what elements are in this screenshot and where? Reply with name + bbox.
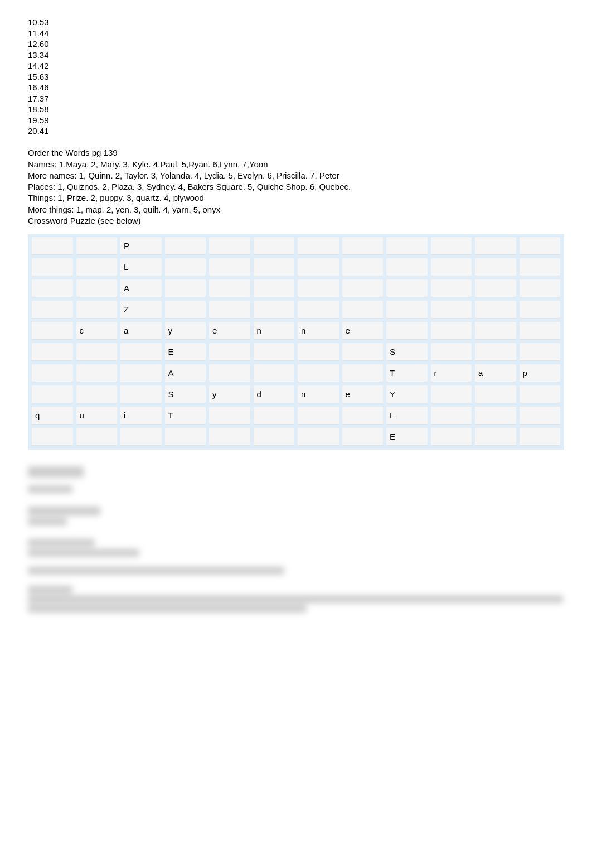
crossword-cell <box>120 385 162 403</box>
crossword-cell: A <box>165 364 206 382</box>
crossword-cell: Z <box>120 301 162 319</box>
crossword-cell <box>386 258 428 276</box>
number-list: 10.53 11.44 12.60 13.34 14.42 15.63 16.4… <box>28 17 564 137</box>
crossword-cell <box>76 385 118 403</box>
crossword-cell <box>165 237 206 255</box>
crossword-cell <box>342 407 384 425</box>
crossword-cell <box>431 279 472 297</box>
crossword-cell <box>254 343 295 361</box>
crossword-cell: p <box>520 364 561 382</box>
crossword-cell: n <box>298 385 339 403</box>
crossword-cell <box>475 407 516 425</box>
number-item: 16.46 <box>28 82 564 93</box>
crossword-cell: d <box>254 385 295 403</box>
crossword-cell <box>298 258 339 276</box>
crossword-cell <box>209 279 250 297</box>
crossword-note: Crossword Puzzle (see below) <box>28 215 564 226</box>
crossword-cell <box>209 343 250 361</box>
crossword-cell: n <box>254 322 295 340</box>
crossword-cell <box>520 428 561 446</box>
crossword-cell: S <box>386 343 428 361</box>
crossword-cell <box>520 237 561 255</box>
crossword-cell <box>342 301 384 319</box>
crossword-cell <box>76 343 118 361</box>
crossword-cell: T <box>386 364 428 382</box>
number-item: 17.37 <box>28 93 564 104</box>
section-title: Order the Words pg 139 <box>28 148 564 157</box>
crossword-cell <box>342 258 384 276</box>
crossword-cell <box>32 258 73 276</box>
blurred-content <box>28 466 564 613</box>
crossword-cell <box>32 301 73 319</box>
crossword-cell: L <box>386 407 428 425</box>
crossword-cell <box>32 237 73 255</box>
number-item: 14.42 <box>28 60 564 71</box>
crossword-cell <box>32 428 73 446</box>
crossword-row: A <box>30 278 562 299</box>
crossword-row: P <box>30 235 562 257</box>
crossword-cell <box>431 258 472 276</box>
crossword-cell <box>342 364 384 382</box>
crossword-cell <box>475 428 516 446</box>
crossword-cell <box>431 343 472 361</box>
crossword-cell: e <box>209 322 250 340</box>
crossword-cell <box>254 279 295 297</box>
crossword-cell <box>254 237 295 255</box>
crossword-cell <box>386 279 428 297</box>
crossword-cell <box>386 237 428 255</box>
crossword-cell <box>431 322 472 340</box>
crossword-cell: E <box>386 428 428 446</box>
crossword-cell <box>120 343 162 361</box>
crossword-cell <box>342 237 384 255</box>
number-item: 12.60 <box>28 38 564 50</box>
crossword-row: ES <box>30 341 562 363</box>
crossword-cell <box>120 428 162 446</box>
crossword-cell <box>298 237 339 255</box>
crossword-cell <box>209 301 250 319</box>
crossword-cell: a <box>120 322 162 340</box>
crossword-cell: T <box>165 407 206 425</box>
crossword-cell <box>165 279 206 297</box>
crossword-cell <box>520 301 561 319</box>
crossword-cell: n <box>298 322 339 340</box>
crossword-cell: i <box>120 407 162 425</box>
crossword-cell: u <box>76 407 118 425</box>
crossword-cell <box>298 279 339 297</box>
number-item: 11.44 <box>28 28 564 39</box>
crossword-cell <box>431 301 472 319</box>
crossword-cell <box>209 258 250 276</box>
crossword-cell <box>254 301 295 319</box>
number-item: 19.59 <box>28 115 564 126</box>
crossword-row: cayenne <box>30 320 562 341</box>
crossword-row: Z <box>30 299 562 320</box>
crossword-cell <box>520 385 561 403</box>
crossword-cell <box>386 301 428 319</box>
crossword-cell <box>76 428 118 446</box>
crossword-cell <box>386 322 428 340</box>
crossword-cell <box>165 428 206 446</box>
more-things-line: More things: 1, map. 2, yen. 3, quilt. 4… <box>28 204 564 215</box>
crossword-cell <box>209 364 250 382</box>
crossword-cell <box>165 301 206 319</box>
crossword-cell <box>32 343 73 361</box>
crossword-cell <box>520 258 561 276</box>
crossword-cell: q <box>32 407 73 425</box>
crossword-cell <box>120 364 162 382</box>
crossword-cell: y <box>209 385 250 403</box>
crossword-cell: P <box>120 237 162 255</box>
crossword-cell: E <box>165 343 206 361</box>
crossword-row: quiTL <box>30 405 562 426</box>
crossword-cell <box>76 364 118 382</box>
crossword-cell <box>209 407 250 425</box>
crossword-table: PLAZcayenneESATrapSydneYquiTLE <box>28 234 564 450</box>
crossword-cell <box>475 258 516 276</box>
crossword-cell <box>32 279 73 297</box>
crossword-cell <box>298 428 339 446</box>
crossword-cell <box>342 428 384 446</box>
crossword-cell <box>209 428 250 446</box>
crossword-cell <box>254 364 295 382</box>
crossword-cell: L <box>120 258 162 276</box>
crossword-cell <box>475 343 516 361</box>
number-item: 18.58 <box>28 104 564 115</box>
crossword-cell <box>165 258 206 276</box>
